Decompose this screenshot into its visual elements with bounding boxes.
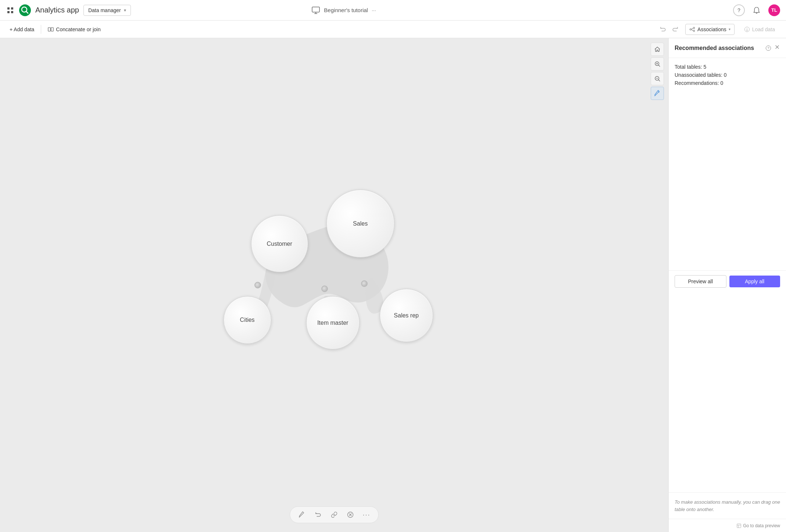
svg-rect-9 — [48, 28, 50, 31]
concatenate-icon — [48, 26, 54, 32]
dropdown-chevron: ▾ — [124, 8, 126, 13]
bottom-link-icon[interactable] — [328, 509, 340, 521]
svg-point-13 — [693, 30, 695, 32]
conn-dot-customer-cities — [254, 282, 261, 288]
panel-data-preview-bar: Go to data preview — [669, 519, 786, 532]
add-data-button[interactable]: + Add data — [6, 24, 38, 35]
sales-rep-bubble[interactable]: Sales rep — [380, 289, 433, 342]
sales-label: Sales — [353, 220, 368, 227]
unassociated-tables-stat: Unassociated tables: 0 — [675, 72, 780, 78]
customer-label: Customer — [267, 241, 292, 247]
panel-title: Recommended associations — [675, 45, 762, 51]
bubble-map: Customer Sales Cities Item master Sales … — [192, 153, 450, 373]
cities-label: Cities — [240, 317, 255, 323]
associations-chevron: ▾ — [729, 27, 730, 31]
canvas-bottom-toolbar: ··· — [290, 506, 379, 523]
preview-all-button[interactable]: Preview all — [675, 275, 726, 288]
svg-rect-0 — [7, 7, 10, 10]
zoom-out-canvas-icon[interactable] — [651, 72, 664, 85]
help-icon[interactable]: ? — [733, 4, 745, 16]
associations-button[interactable]: Associations ▾ — [685, 24, 735, 35]
customer-bubble[interactable]: Customer — [251, 215, 308, 272]
item-master-bubble[interactable]: Item master — [306, 296, 360, 349]
svg-line-19 — [658, 65, 660, 66]
svg-rect-10 — [51, 28, 53, 31]
bottom-undo-icon[interactable] — [312, 509, 324, 521]
panel-footer: To make associations manually, you can d… — [669, 492, 786, 519]
svg-line-5 — [26, 11, 28, 13]
panel-body: Total tables: 5 Unassociated tables: 0 R… — [669, 58, 786, 270]
home-canvas-icon[interactable] — [651, 43, 664, 56]
tutorial-label[interactable]: Beginner's tutorial — [324, 7, 368, 13]
panel-header: Recommended associations ? — [669, 38, 786, 58]
concatenate-join-button[interactable]: Concatenate or join — [44, 24, 104, 35]
load-data-icon — [744, 26, 750, 32]
panel-actions: Preview all Apply all — [669, 270, 786, 292]
undo-button[interactable] — [657, 24, 668, 35]
canvas-right-toolbar — [651, 43, 664, 100]
zoom-in-canvas-icon[interactable] — [651, 57, 664, 71]
bottom-edit-icon[interactable] — [296, 509, 308, 521]
total-tables-stat: Total tables: 5 — [675, 64, 780, 70]
panel-help-icon[interactable]: ? — [765, 45, 771, 51]
panel-empty-space — [669, 292, 786, 493]
svg-line-15 — [691, 29, 693, 30]
bottom-more-icon[interactable]: ··· — [361, 509, 372, 521]
cities-bubble[interactable]: Cities — [224, 296, 271, 344]
svg-point-12 — [693, 27, 695, 29]
recommendations-stat: Recommendations: 0 — [675, 80, 780, 86]
redo-button[interactable] — [670, 24, 681, 35]
undo-redo-group — [657, 24, 681, 35]
conn-dot-sales-item — [321, 285, 328, 292]
data-preview-link[interactable]: Go to data preview — [736, 523, 780, 528]
tutorial-more-icon[interactable]: ··· — [372, 7, 376, 13]
screen-icon — [311, 6, 320, 15]
right-panel: Recommended associations ? Total tables:… — [668, 38, 786, 532]
canvas-area[interactable]: Customer Sales Cities Item master Sales … — [0, 38, 668, 532]
toolbar: + Add data Concatenate or join — [0, 21, 786, 38]
svg-line-23 — [658, 80, 660, 81]
sales-rep-label: Sales rep — [394, 312, 419, 319]
svg-rect-1 — [11, 7, 13, 10]
svg-rect-33 — [737, 524, 741, 528]
nav-right: ? TL — [733, 4, 780, 16]
svg-rect-2 — [7, 11, 10, 13]
notification-bell-icon[interactable] — [751, 4, 762, 16]
load-data-button[interactable]: Load data — [739, 24, 780, 35]
svg-text:?: ? — [767, 46, 769, 50]
conn-dot-sales-salesrep — [361, 280, 368, 287]
associations-icon — [689, 26, 695, 32]
grid-menu-icon[interactable] — [6, 6, 15, 15]
data-manager-dropdown[interactable]: Data manager ▾ — [83, 5, 131, 16]
app-title: Analytics app — [35, 6, 79, 14]
avatar[interactable]: TL — [768, 4, 780, 16]
apply-all-button[interactable]: Apply all — [729, 276, 780, 287]
svg-line-14 — [691, 28, 693, 29]
bottom-delete-icon[interactable] — [344, 509, 356, 521]
data-manager-label: Data manager — [88, 7, 121, 13]
svg-rect-6 — [312, 7, 319, 12]
svg-rect-3 — [11, 11, 13, 13]
qlik-logo[interactable] — [19, 4, 31, 16]
item-master-label: Item master — [317, 320, 348, 326]
toolbar-right: Associations ▾ Load data — [657, 24, 780, 35]
panel-close-icon[interactable] — [774, 44, 780, 52]
main-area: Customer Sales Cities Item master Sales … — [0, 38, 786, 532]
center-nav: Beginner's tutorial ··· — [311, 6, 376, 15]
svg-point-11 — [690, 29, 691, 30]
top-nav: Analytics app Data manager ▾ Beginner's … — [0, 0, 786, 21]
sales-bubble[interactable]: Sales — [326, 190, 394, 258]
edit-canvas-icon[interactable] — [651, 87, 664, 100]
